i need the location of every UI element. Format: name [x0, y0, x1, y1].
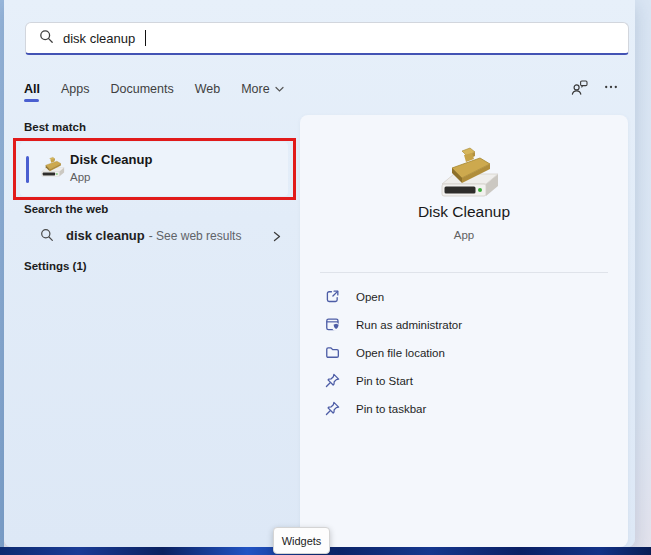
- action-pin-to-start[interactable]: Pin to Start: [300, 367, 628, 395]
- tab-documents[interactable]: Documents: [110, 82, 173, 96]
- search-filter-tabs: All Apps Documents Web More: [24, 78, 619, 100]
- pin-icon: [324, 372, 341, 391]
- web-result-item[interactable]: disk cleanup- See web results: [20, 221, 292, 251]
- action-list: Open Run as administrator Open file loca…: [300, 283, 628, 423]
- action-open[interactable]: Open: [300, 283, 628, 311]
- open-external-icon: [324, 288, 341, 307]
- search-input[interactable]: disk cleanup: [63, 31, 135, 46]
- action-run-as-administrator[interactable]: Run as administrator: [300, 311, 628, 339]
- tab-web[interactable]: Web: [195, 82, 220, 96]
- widgets-tooltip: Widgets: [273, 527, 330, 554]
- action-open-file-location[interactable]: Open file location: [300, 339, 628, 367]
- action-pin-to-taskbar[interactable]: Pin to taskbar: [300, 395, 628, 423]
- more-options-button[interactable]: [603, 79, 619, 99]
- tab-apps[interactable]: Apps: [61, 82, 90, 96]
- search-icon: [40, 228, 54, 246]
- app-subtitle: App: [300, 229, 628, 241]
- chevron-right-icon: [271, 229, 282, 247]
- user-icon: [570, 79, 589, 100]
- user-account-button[interactable]: [570, 79, 589, 100]
- selection-indicator: [26, 156, 29, 183]
- search-box[interactable]: disk cleanup: [25, 22, 629, 55]
- admin-window-icon: [324, 316, 341, 335]
- active-tab-indicator: [24, 99, 39, 102]
- preview-panel: Disk Cleanup App Open Run as administrat…: [300, 115, 628, 547]
- text-cursor: [145, 30, 146, 46]
- web-result-query: disk cleanup- See web results: [66, 228, 241, 243]
- best-match-item[interactable]: Disk Cleanup App: [20, 142, 288, 196]
- disk-cleanup-icon-large: [427, 145, 501, 209]
- search-the-web-heading: Search the web: [24, 203, 108, 215]
- divider: [320, 272, 608, 273]
- search-flyout: disk cleanup All Apps Documents Web More: [4, 0, 635, 547]
- best-match-subtitle: App: [70, 171, 90, 183]
- disk-cleanup-icon: [36, 156, 65, 184]
- app-title: Disk Cleanup: [300, 203, 628, 221]
- search-icon: [39, 29, 54, 48]
- tab-more[interactable]: More: [241, 82, 283, 96]
- settings-heading: Settings (1): [24, 260, 87, 272]
- web-result-suffix: - See web results: [149, 229, 242, 243]
- chevron-down-icon: [275, 82, 284, 96]
- best-match-heading: Best match: [24, 121, 86, 133]
- tab-all[interactable]: All: [24, 82, 40, 96]
- best-match-title: Disk Cleanup: [70, 152, 152, 167]
- ellipsis-icon: [603, 79, 619, 99]
- pin-icon: [324, 400, 341, 419]
- folder-icon: [324, 344, 341, 363]
